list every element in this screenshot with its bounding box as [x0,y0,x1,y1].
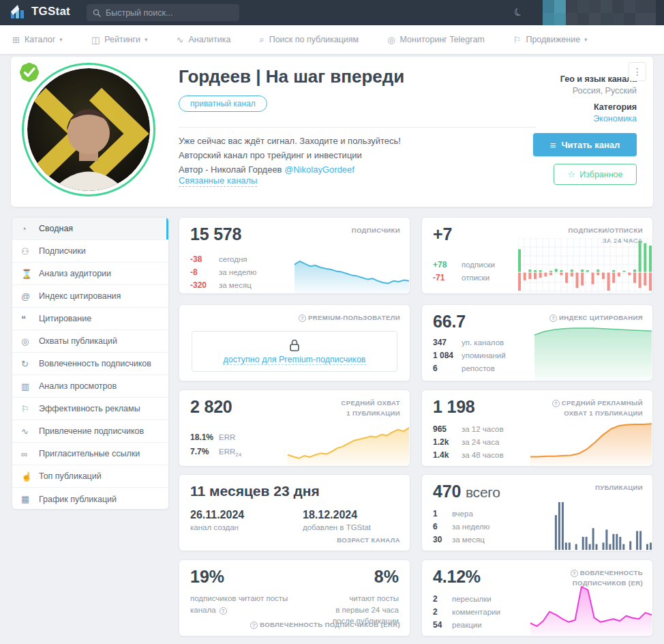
related-channels-link[interactable]: Связанные каналы [179,175,257,187]
publications-bar-chart [548,497,652,550]
card-label: ?ВОВЛЕЧЕННОСТЬ ПОДПИСЧИКОВ (ERR) [250,621,400,629]
tag-icon: ⚐ [513,35,522,45]
channel-title: Гордеев | На шаг впереди [179,66,404,87]
err-percent: 19% [190,567,224,587]
info-icon: ? [552,400,560,407]
stat-row: 1.4k за 48 часов [433,450,504,460]
histogram-icon: ▥ [21,381,39,392]
err-engagement-card: 19% подписчиков читают посты канала ? 8%… [179,559,410,636]
sidebar-item-subscriber-attraction[interactable]: ∿ Привлечение подписчиков [12,420,168,443]
search-icon: ⌕ [259,34,264,45]
sidebar-item-post-reach[interactable]: ◎ Охваты публикаций [12,330,168,353]
censored-user-account[interactable] [543,0,656,28]
sidebar-item-subscribers[interactable]: ⚇ Подписчики [12,240,168,263]
subs-unsubs-bar-chart [518,238,652,293]
divider [179,127,536,128]
channel-profile-card: Гордеев | На шаг впереди приватный канал… [10,56,654,207]
stat-row: +78 подписки [433,260,495,269]
sidebar-item-ad-effectiveness[interactable]: ⚐ Эффективность рекламы [12,398,168,420]
stat-row: -8 за неделю [190,267,256,277]
info-icon: ? [250,621,258,629]
premium-locked-box: доступно для Premium-подписчиков [192,331,397,372]
premium-users-card: ?PREMIUM-ПОЛЬЗОВАТЕЛИ доступно для Premi… [179,304,410,381]
sidebar-item-citation-index[interactable]: @ Индекс цитирования [12,285,168,308]
chevron-down-icon: ▾ [59,36,63,43]
err-left-caption: подписчиков читают посты канала ? [190,593,299,615]
search-input[interactable] [106,8,225,18]
active-indicator [166,218,168,239]
sidebar-item-views-analysis[interactable]: ▥ Анализ просмотров [12,375,168,398]
nav-item-ratings[interactable]: ◫ Рейтинги ▾ [91,35,148,45]
sidebar-item-top-posts[interactable]: ☝ Топ публикаций [12,465,168,488]
tgstat-logo[interactable]: TGStat [10,3,70,20]
card-label: ПОДПИСЧИКИ [352,226,400,236]
info-icon: ? [549,314,557,322]
star-icon: ☆ [567,169,575,179]
author-handle-link[interactable]: @NikolayGordeef [284,164,354,175]
category-link[interactable]: Экономика [593,114,637,123]
read-channel-button[interactable]: ≡ Читать канал [533,133,637,156]
net-subs-24h: +7 [433,224,452,244]
stat-row: 1 084 упоминаний [433,351,506,360]
nav-item-post-search[interactable]: ⌕ Поиск по публикациям [259,34,359,45]
info-icon: ? [220,607,227,615]
nav-item-catalog[interactable]: ⊞ Каталог ▾ [12,35,63,45]
sidebar-item-subscriber-engagement[interactable]: ↻ Вовлеченность подписчиков [12,353,168,375]
description-line: Автор - Николай Гордеев @NikolayGordeef [179,162,401,177]
stat-row: 6 за неделю [433,522,489,531]
chevron-down-icon: ▾ [145,36,148,43]
top-header-bar: TGStat ☾ [0,0,664,25]
channel-lines-icon: ≡ [550,139,556,151]
search-icon [93,9,101,17]
stat-row: 6 репостов [433,364,506,373]
er-engagement-card: 4.12% ?ВОВЛЕЧЕННОСТЬ ПОДПИСЧИКОВ (ER) 2 … [421,559,653,636]
thumbs-up-icon: ☝ [21,471,39,482]
stat-row: -71 отписки [433,273,495,282]
publications-card: 470 всего ПУБЛИКАЦИИ 1 вчера 6 за неделю… [421,474,653,551]
hourglass-icon: ⌛ [21,269,39,279]
people-icon: ⚇ [21,246,39,257]
sidebar-item-summary[interactable]: ◔ Сводная [12,218,168,240]
calendar-icon: ▦ [21,494,39,504]
main-navigation: ⊞ Каталог ▾ ◫ Рейтинги ▾ ∿ Аналитика ⌕ П… [0,25,664,54]
nav-item-analytics[interactable]: ∿ Аналитика [177,35,231,45]
nav-item-promotion[interactable]: ⚐ Продвижение ▾ [513,35,588,45]
wave-icon: ∿ [21,426,39,437]
bar-chart-icon: ◫ [91,35,100,45]
description-line: Авторский канал про трейдинг и инвестици… [179,148,401,162]
quick-search[interactable] [87,4,239,21]
sidebar-item-posting-schedule[interactable]: ▦ График публикаций [12,488,168,510]
average-ad-reach-card: 1 198 ?СРЕДНИЙ РЕКЛАМНЫЙ ОХВАТ 1 ПУБЛИКА… [421,390,653,467]
channel-created-column: 26.11.2024 канал создан [190,509,244,531]
gauge-icon: ◔ [21,224,39,234]
stat-row: 2 комментарии [433,607,500,617]
card-label: ПУБЛИКАЦИИ [595,483,643,493]
average-ad-reach-value: 1 198 [433,397,475,417]
channel-age-card: 11 месяцев 23 дня 26.11.2024 канал созда… [179,474,410,551]
channel-age-value: 11 месяцев 23 дня [190,483,320,499]
quote-icon: ❝ [21,314,39,324]
dark-mode-toggle-icon[interactable]: ☾ [512,5,526,20]
eye-icon: ◎ [21,336,39,347]
sidebar-item-citations[interactable]: ❝ Цитирование [12,308,168,330]
sidebar-item-audience-analysis[interactable]: ⌛ Анализ аудитории [12,263,168,285]
stat-row: 1 вчера [433,509,489,518]
average-reach-sparkline-chart [288,416,409,465]
nav-item-telegram-monitoring[interactable]: ◎ Мониторинг Telegram [387,35,485,45]
stat-row: 2 пересылки [433,594,500,604]
line-chart-icon: ∿ [177,35,184,45]
citation-area-chart [534,324,652,380]
sidebar-item-invite-links[interactable]: ∞ Пригласительные ссылки [12,443,168,465]
ad-reach-sparkline-chart [530,413,652,465]
brand-name: TGStat [31,5,70,18]
favorite-button[interactable]: ☆ Избранное [554,164,637,185]
more-options-button[interactable]: ⋮ [629,62,646,81]
at-icon: @ [21,291,39,302]
stat-row: 54 реакции [433,620,500,630]
tgstat-logo-icon [10,3,26,20]
subscribers-count: 15 578 [190,224,241,244]
stat-row: -38 сегодня [190,254,256,264]
grid-icon: ⊞ [12,35,20,45]
stat-row: 18.1% ERR [190,433,241,443]
premium-upgrade-link[interactable]: доступно для Premium-подписчиков [223,355,365,365]
